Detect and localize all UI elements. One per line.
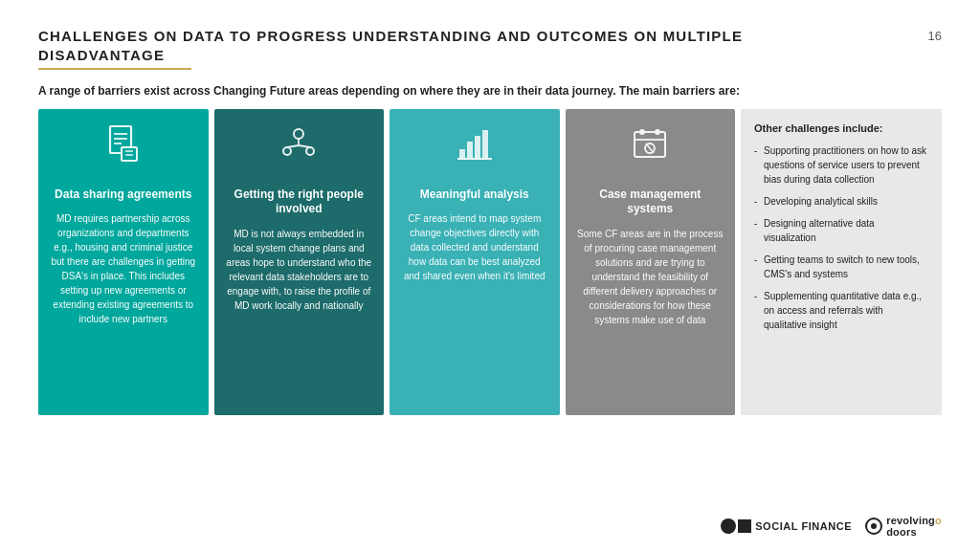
card-analysis: Meaningful analysis CF areas intend to m…	[390, 109, 560, 415]
list-item: Developing analytical skills	[754, 194, 928, 209]
footer: SOCIAL FINANCE revolvingo doors	[721, 515, 942, 538]
svg-rect-15	[475, 136, 480, 159]
sf-circle	[721, 518, 736, 534]
title-underline	[38, 68, 191, 70]
svg-point-7	[294, 129, 303, 139]
sf-square	[738, 519, 751, 533]
svg-point-23	[655, 129, 660, 135]
svg-point-8	[283, 147, 291, 155]
page: CHALLENGES ON DATA TO PROGRESS UNDERSTAN…	[0, 0, 980, 551]
side-panel-title: Other challenges include:	[754, 121, 928, 137]
svg-point-22	[639, 129, 645, 135]
svg-line-11	[287, 145, 299, 147]
rd-icon	[865, 518, 882, 535]
card-case-mgmt-body: Some CF areas are in the process of proc…	[577, 227, 724, 327]
card-data-sharing-title: Data sharing agreements	[55, 187, 191, 203]
card-right-people-title: Getting the right people involved	[226, 187, 373, 217]
card-case-mgmt: Case management systems Some CF areas ar…	[566, 109, 736, 415]
analysis-icon	[454, 122, 496, 178]
social-finance-logo: SOCIAL FINANCE	[721, 518, 852, 534]
right-people-icon	[278, 122, 320, 178]
card-right-people: Getting the right people involved MD is …	[214, 109, 385, 415]
side-panel-list: Supporting practitioners on how to ask q…	[754, 143, 928, 332]
revolving-doors-label: revolvingo doors	[886, 515, 942, 538]
sf-icon	[721, 518, 751, 534]
list-item: Supplementing quantitative data e.g., on…	[754, 289, 928, 332]
header: CHALLENGES ON DATA TO PROGRESS UNDERSTAN…	[38, 27, 942, 70]
card-right-people-body: MD is not always embedded in local syste…	[226, 227, 373, 313]
svg-rect-14	[467, 142, 473, 159]
revolving-doors-logo: revolvingo doors	[865, 515, 942, 538]
svg-line-12	[299, 145, 310, 147]
card-data-sharing: Data sharing agreements MD requires part…	[38, 109, 209, 415]
case-mgmt-icon	[629, 122, 671, 178]
social-finance-label: SOCIAL FINANCE	[755, 520, 852, 532]
card-case-mgmt-title: Case management systems	[577, 187, 724, 217]
card-data-sharing-body: MD requires partnership across organizat…	[50, 211, 197, 326]
cards-and-side: Data sharing agreements MD requires part…	[38, 109, 942, 415]
card-analysis-title: Meaningful analysis	[420, 187, 529, 203]
title-block: CHALLENGES ON DATA TO PROGRESS UNDERSTAN…	[38, 27, 743, 70]
list-item: Designing alternative data visualization	[754, 216, 928, 245]
svg-rect-4	[122, 147, 137, 161]
svg-rect-13	[459, 149, 465, 159]
list-item: Supporting practitioners on how to ask q…	[754, 143, 928, 187]
side-panel: Other challenges include: Supporting pra…	[741, 109, 942, 415]
card-analysis-body: CF areas intend to map system change obj…	[401, 211, 548, 283]
page-title: CHALLENGES ON DATA TO PROGRESS UNDERSTAN…	[38, 27, 743, 64]
svg-rect-16	[482, 130, 488, 159]
subtitle: A range of barriers exist across Changin…	[38, 83, 942, 99]
page-number: 16	[928, 29, 942, 43]
data-sharing-icon	[102, 122, 145, 178]
list-item: Getting teams to switch to new tools, CM…	[754, 253, 928, 281]
svg-point-9	[306, 147, 314, 155]
